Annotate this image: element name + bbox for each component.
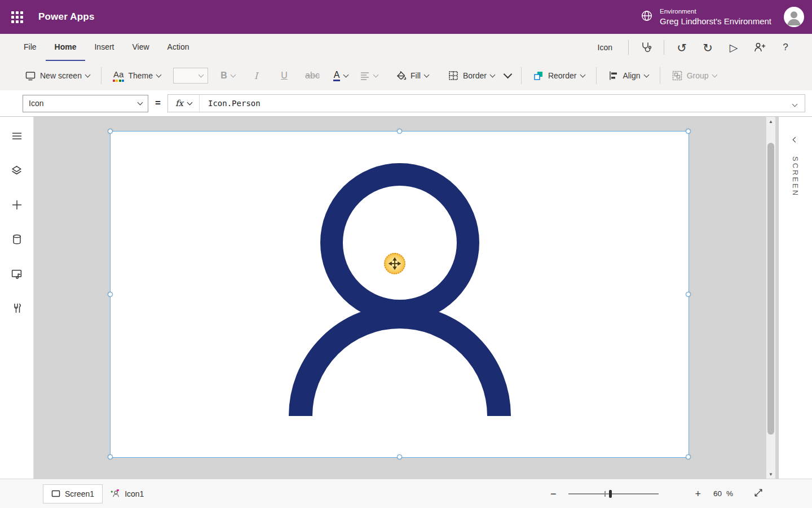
chevron-down-icon [156,72,162,77]
zoom-in-button[interactable]: + [695,489,701,499]
add-user-icon [753,41,766,54]
fx-dropdown[interactable]: fx [168,95,200,112]
resize-handle-top-middle[interactable] [397,129,402,134]
menu-action[interactable]: Action [158,34,198,61]
new-screen-label: New screen [40,71,82,80]
reorder-button[interactable]: Reorder [528,67,589,85]
menu-home[interactable]: Home [46,34,86,61]
environment-switcher[interactable]: Environment Greg Lindhorst's Environment [660,7,771,27]
divider [628,40,629,55]
align-button[interactable]: Align [603,67,653,85]
resize-handle-top-right[interactable] [686,129,691,134]
resize-handle-bottom-middle[interactable] [397,454,402,459]
border-grid-icon [448,70,459,81]
zoom-slider-tick [604,491,606,497]
chevron-down-icon [643,72,649,77]
formula-input[interactable]: fx Icon.Person [167,94,805,112]
help-button[interactable]: ? [773,34,798,60]
share-button[interactable] [747,34,773,60]
person-icon-control[interactable] [111,132,689,457]
menubar: File Home Insert View Action Icon ↺ ↻ ▷ … [0,34,812,61]
font-color-button[interactable]: A [326,67,355,85]
icon-control-glyph [111,489,120,498]
equals-sign: = [155,98,161,109]
tree-view-button[interactable] [10,164,24,177]
status-bar: Screen1 Icon1 − + 60 % [0,479,812,508]
expand-panel-button[interactable] [793,134,797,144]
italic-button[interactable]: I [242,67,270,85]
design-canvas[interactable]: ▲ ▼ [34,117,778,479]
underline-button[interactable]: U [270,67,298,84]
bold-button[interactable]: B [214,67,242,84]
strikethrough-button[interactable]: abc [298,67,326,84]
resize-handle-top-left[interactable] [108,129,113,134]
formula-expand-chevron[interactable] [793,98,805,108]
chevron-down-icon [138,99,143,105]
screen-icon [25,70,36,81]
chevron-down-icon [343,72,349,77]
advanced-tools-button[interactable] [10,301,24,315]
chevron-down-icon [580,72,585,77]
text-align-button[interactable] [355,67,383,84]
divider [521,67,522,84]
ribbon-toolbar: New screen Aa Theme B I U abc A [0,61,812,90]
more-formatting-chevron[interactable] [504,69,513,78]
avatar[interactable] [784,7,804,27]
resize-handle-bottom-left[interactable] [108,454,113,459]
new-screen-button[interactable]: New screen [20,67,94,85]
screen1-artboard[interactable] [111,132,689,457]
waffle-icon [11,11,23,23]
resize-handle-middle-left[interactable] [108,292,113,297]
zoom-slider[interactable] [568,489,659,498]
divider [664,40,664,55]
theme-button[interactable]: Aa Theme [108,67,165,85]
zoom-percent-sign: % [726,489,733,498]
formula-text[interactable]: Icon.Person [200,99,261,108]
reorder-label: Reorder [548,71,577,80]
scroll-down-arrow[interactable]: ▼ [766,470,775,479]
layers-icon [11,165,23,177]
property-dropdown[interactable]: Icon [23,95,148,112]
border-button[interactable]: Border [443,67,499,85]
database-icon [11,234,23,245]
app-checker-button[interactable] [633,34,659,60]
zoom-slider-thumb[interactable] [609,490,612,498]
waffle-menu-button[interactable] [0,0,34,34]
plus-icon [11,199,23,211]
data-sources-button[interactable] [10,233,24,246]
menu-view[interactable]: View [123,34,158,61]
menu-insert[interactable]: Insert [85,34,123,61]
reorder-icon [533,70,544,81]
zoom-out-button[interactable]: − [550,489,557,499]
group-button[interactable]: Group [667,67,721,85]
zoom-slider-track [568,493,659,494]
divider [101,67,102,84]
resize-handle-middle-right[interactable] [686,292,691,297]
tab-icon1[interactable]: Icon1 [103,484,152,503]
scroll-up-arrow[interactable]: ▲ [766,117,775,126]
divider [596,67,597,84]
tab-screen1[interactable]: Screen1 [43,484,103,503]
group-label: Group [687,71,709,80]
redo-button[interactable]: ↻ [695,34,721,60]
resize-handle-bottom-right[interactable] [686,454,691,459]
scrollbar-thumb[interactable] [767,143,774,435]
fill-button[interactable]: Fill [391,67,433,85]
font-size-dropdown[interactable] [173,68,208,84]
preview-play-button[interactable]: ▷ [721,34,747,60]
formula-bar: Icon = fx Icon.Person [0,90,812,117]
tools-icon [11,303,23,314]
fit-to-window-button[interactable] [753,488,764,500]
zoom-value: 60 [713,489,722,498]
left-rail [0,117,34,479]
undo-button[interactable]: ↺ [669,34,695,60]
menu-file[interactable]: File [15,34,46,61]
vertical-scrollbar[interactable]: ▲ ▼ [766,117,775,479]
collapse-rail-button[interactable] [10,129,24,143]
media-button[interactable] [10,267,24,281]
right-panel-collapsed: SCREEN [778,117,812,479]
theme-icon: Aa [113,70,125,82]
insert-button[interactable] [10,198,24,212]
chevron-down-icon [198,72,204,77]
stethoscope-icon [640,41,652,54]
